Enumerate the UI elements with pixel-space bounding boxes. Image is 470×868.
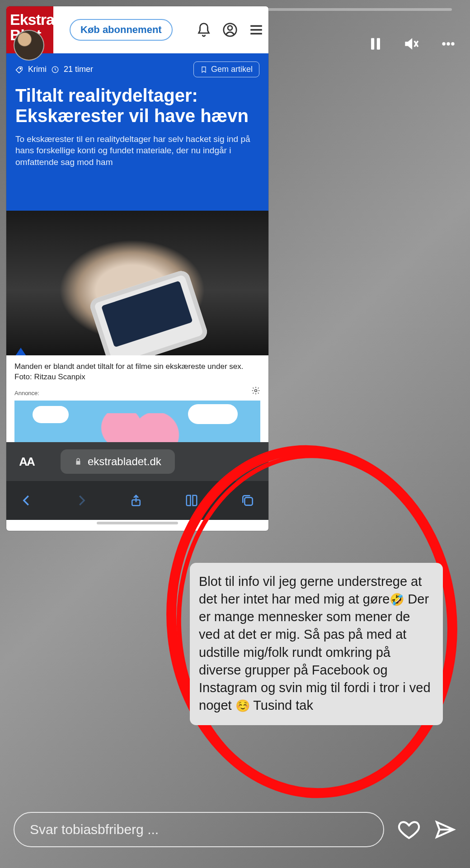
share-icon[interactable]	[129, 493, 143, 508]
clock-icon	[51, 66, 59, 74]
image-caption: Manden er blandt andet tiltalt for at fi…	[6, 355, 268, 387]
forward-icon[interactable]	[75, 494, 88, 507]
article-meta: Krimi 21 timer Gem artikel	[15, 61, 259, 77]
rofl-emoji: 🤣	[390, 593, 404, 606]
article-image	[6, 211, 268, 355]
safari-address-bar: AA ekstrabladet.dk	[6, 442, 268, 481]
article-tag[interactable]: Krimi	[28, 65, 47, 74]
story-text-note: Blot til info vil jeg gerne understrege …	[190, 563, 443, 725]
save-article-button[interactable]: Gem artikel	[193, 61, 259, 77]
send-icon[interactable]	[434, 818, 456, 841]
svg-point-9	[255, 390, 257, 392]
svg-rect-0	[371, 38, 374, 50]
mute-icon[interactable]	[402, 35, 419, 52]
avatar[interactable]	[14, 30, 44, 61]
article-subhead: To ekskærester til en realitydeltager ha…	[15, 133, 259, 168]
article-headline: Tiltalt realitydeltager: Ekskærester vil…	[15, 85, 259, 126]
article-hero: Krimi 21 timer Gem artikel Tiltalt reali…	[6, 53, 268, 211]
article-age: 21 timer	[64, 65, 93, 74]
ad-banner[interactable]	[14, 401, 260, 442]
relaxed-emoji: ☺️	[235, 699, 250, 712]
save-article-label: Gem artikel	[211, 65, 253, 74]
svg-rect-11	[244, 497, 252, 505]
svg-point-6	[228, 26, 232, 30]
story-reply-bar: Svar tobiasbfriberg ...	[14, 812, 456, 847]
site-topnav: Køb abonnement	[70, 17, 264, 42]
tag-icon	[15, 66, 24, 74]
bookmarks-icon[interactable]	[184, 494, 199, 507]
like-icon[interactable]	[398, 818, 420, 841]
hamburger-icon[interactable]	[249, 22, 264, 38]
profile-icon[interactable]	[222, 22, 238, 38]
subscribe-button[interactable]: Køb abonnement	[70, 19, 173, 41]
image-marker	[15, 348, 26, 355]
reply-input[interactable]: Svar tobiasbfriberg ...	[14, 812, 384, 847]
bell-icon[interactable]	[196, 22, 212, 38]
pause-icon[interactable]	[368, 35, 383, 52]
story-controls	[368, 35, 458, 52]
reader-aa-button[interactable]: AA	[6, 455, 47, 469]
back-icon[interactable]	[20, 494, 33, 507]
svg-point-3	[446, 42, 450, 45]
note-text-1: Blot til info vil jeg gerne understrege …	[199, 574, 422, 606]
svg-point-2	[442, 42, 445, 45]
embedded-screenshot: Ekstra Bla t Køb abonnement Krimi	[6, 6, 268, 531]
ad-settings-icon[interactable]	[251, 386, 260, 395]
more-icon[interactable]	[438, 35, 458, 52]
svg-point-7	[20, 68, 21, 69]
safari-toolbar	[6, 481, 268, 520]
home-indicator	[97, 522, 178, 524]
logo-line-1: Ekstra	[10, 12, 50, 27]
note-text-3: Tusind tak	[250, 698, 313, 712]
cartoon-pig	[96, 413, 182, 442]
ad-label: Annonce:	[14, 390, 39, 396]
phone-illustration	[88, 269, 209, 355]
tabs-icon[interactable]	[240, 493, 255, 508]
cloud-shape	[188, 404, 238, 424]
reply-placeholder: Svar tobiasbfriberg ...	[30, 822, 159, 837]
svg-rect-1	[377, 38, 380, 50]
note-text-2: Der er mange mennesker som mener de ved …	[199, 592, 431, 712]
cloud-shape	[33, 406, 69, 423]
url-text: ekstrabladet.dk	[88, 455, 161, 468]
svg-point-4	[451, 42, 454, 45]
url-field[interactable]: ekstrabladet.dk	[61, 449, 175, 474]
